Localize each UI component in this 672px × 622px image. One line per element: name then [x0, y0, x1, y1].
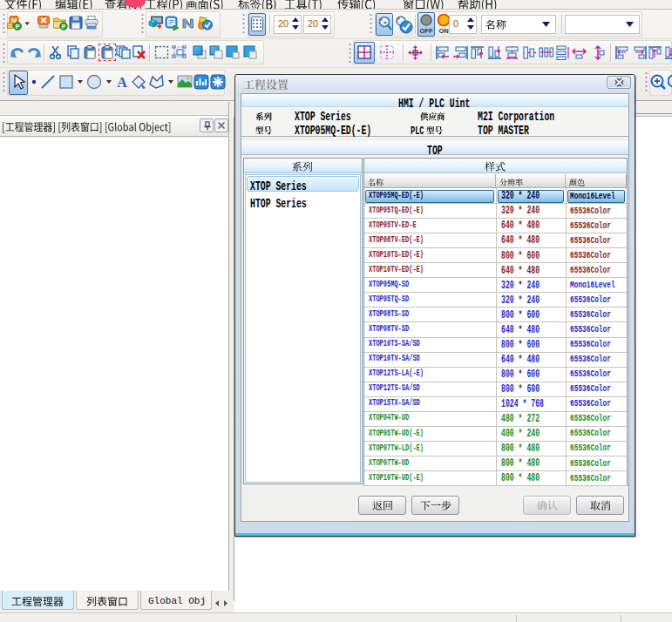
svg-text:ON: ON — [438, 27, 448, 35]
svg-text:A: A — [117, 75, 127, 90]
svg-text:P: P — [62, 24, 66, 30]
svg-text:OFF: OFF — [420, 27, 433, 35]
svg-text:P: P — [16, 24, 20, 30]
